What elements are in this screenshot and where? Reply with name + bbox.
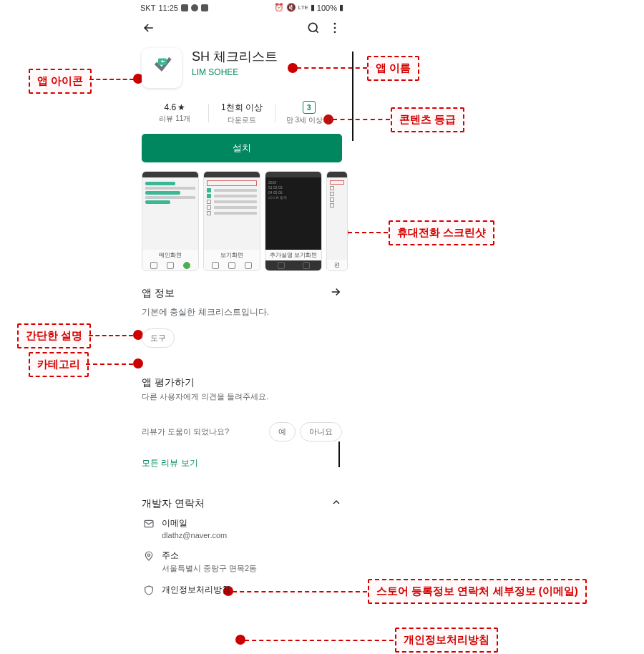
annotation-app-name: 앱 이름 [367, 56, 419, 81]
app-info-title: 앱 정보 [142, 287, 175, 300]
clock: 11:25 [158, 4, 178, 12]
address-value: 서울특별시 중랑구 면목2동 [162, 563, 257, 574]
annotation-contact-email: 스토어 등록정보 연락처 세부정보 (이메일) [368, 579, 587, 604]
screenshot-caption: 보기화면 [204, 250, 260, 260]
screenshot-thumb[interactable]: 편 [326, 171, 348, 271]
short-description: 기본에 충실한 체크리스트입니다. [142, 306, 269, 318]
annotation-app-icon: 앱 아이콘 [29, 69, 92, 94]
email-icon [143, 518, 155, 529]
rating-value: 4.6 [164, 102, 176, 112]
review-helpful-question: 리뷰가 도움이 되었나요? [142, 426, 229, 437]
install-button[interactable]: 설치 [142, 134, 342, 162]
phone-edge [352, 52, 353, 141]
svg-point-3 [334, 31, 336, 34]
annotation-line [89, 79, 134, 80]
network-label: LTE [298, 4, 308, 11]
developer-contact-header[interactable]: 개발자 연락처 [142, 497, 342, 510]
contact-email-row[interactable]: 이메일 dlathz@naver.com [142, 510, 342, 542]
app-info-header[interactable]: 앱 정보 [142, 285, 342, 301]
screenshot-caption: 추가설명 보기화면 [265, 250, 321, 260]
svg-point-2 [334, 27, 336, 29]
screenshot-caption: 편 [327, 260, 347, 270]
no-button[interactable]: 아니요 [300, 422, 342, 441]
category-chip[interactable]: 도구 [142, 328, 175, 348]
privacy-label: 개인정보처리방침 [162, 585, 230, 595]
annotation-category: 카테고리 [29, 352, 89, 377]
shield-icon [143, 585, 155, 596]
screenshot-row[interactable]: 메인화면 보기화면 201901 02 0304 05 06리스트 항목 추가설… [135, 171, 349, 278]
email-value: dlathz@naver.com [162, 531, 227, 540]
yes-button[interactable]: 예 [269, 422, 296, 441]
rate-subtitle: 다른 사용자에게 의견을 들려주세요. [142, 391, 342, 402]
developer-name[interactable]: LIM SOHEE [192, 67, 278, 77]
annotation-privacy: 개인정보처리방침 [395, 628, 498, 653]
stats-row: 4.6★ 리뷰 11개 1천회 이상 다운로드 3 만 3세 이상 ⓘ [135, 98, 349, 134]
annotation-line [86, 363, 133, 365]
downloads-value: 1천회 이상 [209, 102, 275, 114]
annotation-short-desc: 간단한 설명 [17, 323, 91, 348]
content-rating-text: 만 3세 이상 [286, 116, 323, 124]
mute-icon: 🔇 [286, 3, 296, 12]
star-icon: ★ [177, 102, 185, 112]
app-name: SH 체크리스트 [192, 48, 278, 65]
svg-point-0 [308, 23, 317, 31]
battery-label: 100% [317, 4, 337, 12]
location-icon [143, 550, 155, 562]
phone-screen: SKT 11:25 ⏰ 🔇 LTE ▮ 100% ▮ [135, 0, 349, 603]
contact-address-row: 주소 서울특별시 중랑구 면목2동 [142, 542, 342, 577]
annotation-line [89, 335, 133, 336]
status-bar: SKT 11:25 ⏰ 🔇 LTE ▮ 100% ▮ [135, 0, 349, 15]
status-icon [181, 4, 188, 11]
annotation-screenshot: 휴대전화 스크린샷 [389, 220, 494, 245]
arrow-right-icon [329, 285, 342, 301]
screenshot-thumb[interactable]: 메인화면 [142, 171, 199, 271]
annotation-line [348, 232, 388, 233]
annotation-dot [235, 635, 245, 645]
content-rating-stat[interactable]: 3 만 3세 이상 ⓘ [275, 101, 342, 125]
app-bar [135, 15, 349, 44]
svg-point-1 [334, 23, 336, 25]
rating-stat[interactable]: 4.6★ 리뷰 11개 [142, 101, 208, 125]
search-icon[interactable] [306, 21, 321, 38]
more-icon[interactable] [328, 21, 342, 38]
privacy-policy-row[interactable]: 개인정보처리방침 [142, 577, 342, 599]
back-icon[interactable] [142, 21, 156, 38]
see-all-reviews[interactable]: 모든 리뷰 보기 [135, 457, 349, 477]
developer-contact-title: 개발자 연락처 [142, 497, 205, 510]
screenshot-thumb[interactable]: 보기화면 [203, 171, 260, 271]
address-label: 주소 [162, 550, 257, 562]
chevron-up-icon [331, 497, 342, 510]
app-icon [142, 48, 182, 88]
alarm-icon: ⏰ [274, 3, 284, 12]
annotation-line [245, 640, 394, 641]
annotation-content-rating: 콘텐츠 등급 [391, 107, 464, 132]
content-rating-badge: 3 [303, 101, 316, 114]
rate-title: 앱 평가하기 [142, 376, 342, 389]
status-icon [191, 4, 198, 11]
info-icon[interactable]: ⓘ [325, 116, 332, 124]
email-label: 이메일 [162, 517, 227, 529]
status-icon [201, 4, 208, 11]
downloads-label: 다운로드 [209, 115, 275, 125]
reviews-count: 리뷰 11개 [142, 114, 208, 124]
battery-icon: ▮ [339, 3, 343, 12]
carrier: SKT [140, 4, 155, 12]
svg-point-6 [147, 554, 150, 556]
screenshot-thumb[interactable]: 201901 02 0304 05 06리스트 항목 추가설명 보기화면 [265, 171, 322, 271]
screenshot-caption: 메인화면 [142, 250, 198, 260]
downloads-stat: 1천회 이상 다운로드 [209, 101, 275, 125]
signal-icon: ▮ [311, 3, 315, 12]
